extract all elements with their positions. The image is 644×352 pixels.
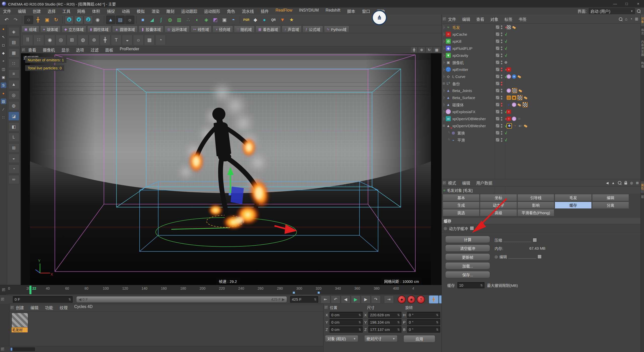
menu-item-运动图形[interactable]: 运动图形: [204, 8, 220, 14]
tab-缓存[interactable]: 缓存: [555, 202, 591, 209]
new-panel-icon[interactable]: ⊞: [636, 181, 639, 185]
layer-color-block[interactable]: [496, 124, 500, 128]
dock-tab-场次[interactable]: 场次: [641, 26, 644, 38]
pen-icon[interactable]: ◆: [1, 50, 6, 56]
layer-color-block[interactable]: [496, 96, 500, 100]
am-menu-编辑[interactable]: 编辑: [462, 180, 470, 186]
field-button-着色器域[interactable]: ▦着色器域: [256, 26, 281, 33]
magnet-snap-icon[interactable]: ⊚: [89, 35, 99, 45]
scrub-right-arrow[interactable]: ▶: [282, 297, 285, 302]
visibility-dots[interactable]: [501, 75, 502, 78]
layer-color-block[interactable]: [496, 25, 500, 29]
panel-grip[interactable]: [1, 298, 4, 301]
hair-material-tag[interactable]: [512, 25, 516, 29]
timeline-ruler[interactable]: 0204060801001201401601802002202402602803…: [0, 285, 441, 295]
menu-item-选择[interactable]: 选择: [48, 8, 56, 14]
material-thumbnail[interactable]: [12, 313, 28, 327]
uv-hatch-icon[interactable]: ▨: [1, 99, 6, 104]
apply-button[interactable]: 应用: [404, 335, 435, 342]
menu-item-文件[interactable]: 文件: [3, 8, 11, 14]
explosia-tag[interactable]: ♨: [507, 89, 511, 93]
measure-icon[interactable]: L: [8, 133, 19, 142]
field-button-随机域[interactable]: ∷随机域: [234, 26, 254, 33]
tab-生成[interactable]: 生成: [443, 202, 479, 209]
visibility-dots[interactable]: [501, 68, 502, 71]
visibility-controls[interactable]: √: [496, 131, 508, 135]
object-row-摄像机[interactable]: ├▣摄像机⊕: [442, 59, 641, 66]
material-menu-纹理[interactable]: 纹理: [60, 304, 68, 311]
x-axis-button[interactable]: X: [65, 16, 74, 24]
menu-item-运动跟踪[interactable]: 运动跟踪: [181, 8, 197, 14]
visibility-dots[interactable]: [501, 47, 502, 50]
tab-毛发[interactable]: 毛发: [555, 194, 591, 201]
visibility-controls[interactable]: [496, 103, 508, 107]
enable-state-icon[interactable]: √: [504, 39, 508, 43]
brush-icon[interactable]: ◪: [8, 112, 19, 121]
spinner-icon[interactable]: ⇅: [436, 321, 438, 324]
alembic-dots-tag[interactable]: a∷: [518, 124, 522, 128]
cache-button-计算[interactable]: 计算: [445, 236, 490, 243]
hand-tag[interactable]: ☞: [513, 124, 517, 128]
layer-color-block[interactable]: [496, 39, 500, 43]
rotation-value-field[interactable]: 0 °⇅: [407, 326, 440, 333]
object-name[interactable]: Beta_Joints: [452, 89, 472, 93]
dock-tab-属性[interactable]: 属性: [641, 181, 644, 193]
field-button-球体域[interactable]: ●球体域: [40, 26, 61, 33]
object-name[interactable]: 备份: [452, 81, 460, 86]
visibility-dots[interactable]: [501, 61, 502, 64]
object-name[interactable]: xpFluidFLIP: [452, 46, 472, 51]
dock-tab-构造[interactable]: 构造: [641, 59, 644, 71]
cache-section-header[interactable]: 缓存: [442, 217, 641, 224]
enable-state-icon[interactable]: √: [504, 131, 508, 135]
viewport[interactable]: 查看摄像机显示选项过滤面板ProRender ╋⊕↻▦: [21, 47, 442, 285]
goto-prev-key-button[interactable]: ↶: [331, 295, 340, 303]
visibility-dots[interactable]: [501, 138, 502, 142]
qr-badge[interactable]: QR: [269, 16, 278, 24]
menu-item-渲染[interactable]: 渲染: [151, 8, 159, 14]
bucket-icon[interactable]: ◧: [8, 122, 19, 131]
om-menu-文件[interactable]: 文件: [448, 16, 456, 22]
marquee-icon[interactable]: ◻: [1, 42, 6, 48]
visibility-dots[interactable]: [501, 110, 502, 114]
target-icon[interactable]: ◎: [630, 181, 633, 185]
enable-state-icon[interactable]: √: [504, 53, 508, 58]
object-name[interactable]: 摄像机: [452, 60, 464, 65]
dock-tab-对象[interactable]: 对象: [641, 15, 644, 26]
pin-icon[interactable]: ◔: [155, 35, 166, 45]
om-menu-标签[interactable]: 标签: [504, 16, 512, 22]
range-start-field[interactable]: 0 F⇅: [13, 296, 73, 303]
visibility-controls[interactable]: ×: [496, 67, 508, 72]
render-settings-icon[interactable]: ☼: [125, 16, 134, 24]
expand-icon[interactable]: ⊞: [442, 82, 446, 85]
snap-icon[interactable]: ⊞: [67, 35, 77, 45]
compress-checkbox[interactable]: [533, 238, 537, 242]
loop-b-icon[interactable]: ∞: [8, 175, 19, 184]
explosia-tag[interactable]: ♨: [512, 103, 516, 107]
camera-icon[interactable]: ▣: [220, 16, 229, 24]
normal-move-icon[interactable]: ◍: [8, 101, 19, 110]
layer-color-block[interactable]: [496, 60, 500, 64]
cache-tag[interactable]: ≡: [507, 117, 511, 121]
live-selection-icon[interactable]: ◌: [24, 16, 33, 24]
position-value-field[interactable]: 0 cm⇅: [330, 312, 363, 318]
menu-item-流水线[interactable]: 流水线: [242, 8, 254, 14]
checker-tag[interactable]: [522, 102, 528, 107]
viewport-menu-过滤[interactable]: 过滤: [91, 47, 99, 53]
edge-mode-icon[interactable]: ◉: [45, 35, 55, 45]
hair-material-tag[interactable]: [524, 124, 528, 128]
material-menu-编辑[interactable]: 编辑: [30, 304, 38, 311]
hair-material-tag[interactable]: [517, 103, 521, 107]
material-menu-功能[interactable]: 功能: [45, 304, 53, 311]
text-tool-icon[interactable]: T: [111, 35, 122, 45]
object-row-xpOpenVDBMesher[interactable]: ⊞▲axpOpenVDBMesher√☞a∷: [442, 122, 641, 129]
menu-item-Redshift[interactable]: Redshift: [326, 8, 340, 14]
pan-view-icon[interactable]: ╋: [411, 47, 418, 53]
visibility-dots[interactable]: [501, 131, 502, 135]
tab-平滑着色(Phong)[interactable]: 平滑着色(Phong): [517, 209, 554, 216]
mode-model-icon[interactable]: ◈: [8, 27, 19, 36]
menu-item-编辑[interactable]: 编辑: [18, 8, 26, 14]
enable-state-icon[interactable]: ⊕: [504, 60, 508, 65]
object-row-xpGravity[interactable]: ├▼xpGravity√: [442, 52, 641, 59]
visibility-controls[interactable]: ×: [496, 25, 508, 29]
point-mode-icon[interactable]: ∷: [33, 35, 44, 45]
